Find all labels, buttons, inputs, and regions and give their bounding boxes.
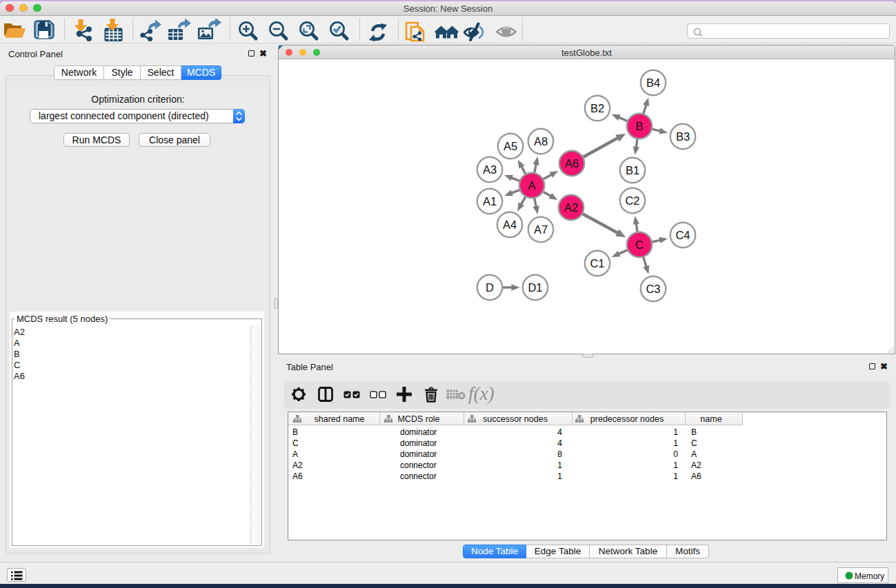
svg-text:A4: A4 bbox=[503, 219, 517, 231]
svg-text:B3: B3 bbox=[676, 130, 690, 143]
svg-text:C4: C4 bbox=[675, 229, 690, 241]
svg-text:f(x): f(x) bbox=[468, 383, 494, 404]
svg-text:B: B bbox=[635, 120, 643, 132]
svg-text:B1: B1 bbox=[626, 164, 639, 176]
svg-text:B4: B4 bbox=[646, 77, 660, 89]
svg-text:C3: C3 bbox=[646, 283, 660, 295]
svg-text:C2: C2 bbox=[625, 194, 639, 207]
svg-text:D1: D1 bbox=[528, 281, 542, 294]
svg-text:A1: A1 bbox=[483, 195, 497, 207]
svg-text:A: A bbox=[528, 179, 535, 192]
svg-text:A3: A3 bbox=[483, 163, 497, 176]
svg-text:C: C bbox=[635, 239, 644, 251]
svg-text:A7: A7 bbox=[534, 223, 548, 236]
svg-text:A5: A5 bbox=[504, 140, 517, 152]
svg-text:A8: A8 bbox=[534, 135, 548, 148]
svg-text:D: D bbox=[486, 281, 494, 294]
svg-text:A2: A2 bbox=[564, 201, 578, 214]
svg-text:B2: B2 bbox=[590, 102, 604, 114]
svg-text:C1: C1 bbox=[590, 257, 604, 270]
svg-text:A6: A6 bbox=[565, 157, 579, 170]
